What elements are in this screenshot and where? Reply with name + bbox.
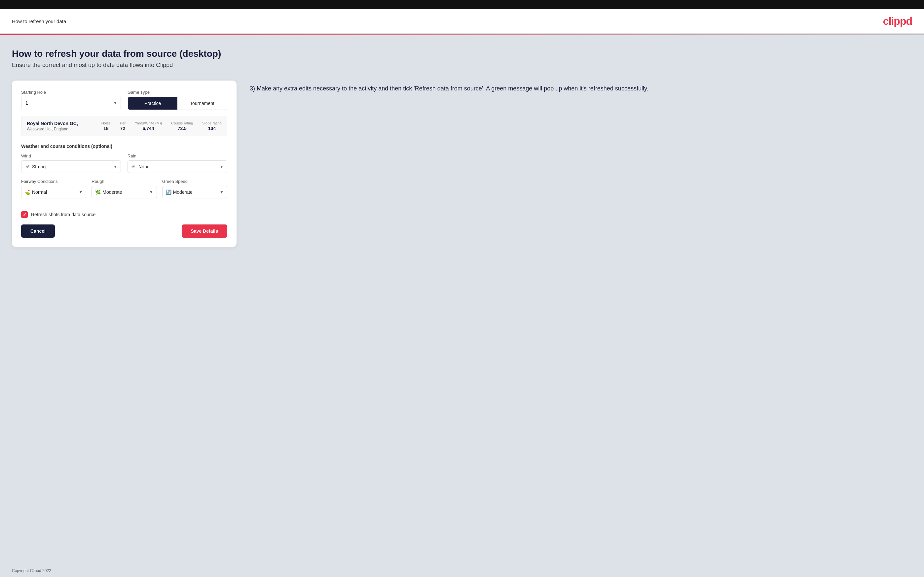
yards-value: 6,744 — [143, 126, 154, 131]
wind-rain-row: Wind 🌬 Strong ▼ Rain ☀ None — [21, 153, 227, 173]
tournament-button[interactable]: Tournament — [178, 97, 227, 110]
checkmark-icon: ✓ — [23, 212, 26, 217]
conditions-row: Fairway Conditions ⛳ Normal ▼ Rough 🌿 — [21, 179, 227, 198]
page-subheading: Ensure the correct and most up to date d… — [12, 62, 912, 69]
game-type-buttons: Practice Tournament — [128, 97, 227, 110]
cancel-button[interactable]: Cancel — [21, 224, 55, 238]
fairway-select[interactable]: Normal — [21, 186, 86, 198]
holes-value: 18 — [103, 126, 109, 131]
logo: clippd — [883, 15, 912, 27]
yards-label: Yards/White (M)) — [135, 121, 162, 125]
wind-field: Wind 🌬 Strong ▼ — [21, 153, 121, 173]
wind-label: Wind — [21, 153, 121, 158]
refresh-checkbox[interactable]: ✓ — [21, 211, 28, 218]
copyright-text: Copyright Clippd 2022 — [12, 569, 51, 573]
buttons-row: Cancel Save Details — [21, 224, 227, 238]
main-content: How to refresh your data from source (de… — [0, 35, 924, 564]
green-speed-select[interactable]: Moderate — [163, 186, 227, 198]
rain-label: Rain — [128, 153, 227, 158]
rough-field: Rough 🌿 Moderate ▼ — [92, 179, 157, 198]
holes-stat: Holes 18 — [102, 121, 111, 131]
refresh-checkbox-row[interactable]: ✓ Refresh shots from data source — [21, 211, 227, 218]
rough-select[interactable]: Moderate — [92, 186, 156, 198]
course-rating-value: 72.5 — [178, 126, 187, 131]
practice-button[interactable]: Practice — [128, 97, 178, 110]
refresh-checkbox-label: Refresh shots from data source — [31, 212, 95, 217]
green-speed-field: Green Speed 🔄 Moderate ▼ — [162, 179, 227, 198]
top-bar — [0, 0, 924, 9]
par-stat: Par 72 — [120, 121, 126, 131]
content-row: Starting Hole 1 ▼ Game Type Practice Tou… — [12, 81, 912, 247]
fairway-label: Fairway Conditions — [21, 179, 86, 184]
page-heading: How to refresh your data from source (de… — [12, 48, 912, 59]
game-type-label: Game Type — [128, 90, 227, 95]
starting-hole-select[interactable]: 1 — [21, 97, 121, 109]
slope-rating-label: Slope rating — [202, 121, 222, 125]
divider — [21, 205, 227, 205]
course-info: Royal North Devon GC, Westward Ho!, Engl… — [27, 121, 102, 131]
starting-hole-field: Starting Hole 1 ▼ — [21, 90, 121, 110]
rough-label: Rough — [92, 179, 157, 184]
green-speed-select-wrapper[interactable]: 🔄 Moderate ▼ — [162, 186, 227, 198]
par-value: 72 — [120, 126, 126, 131]
slope-rating-stat: Slope rating 134 — [202, 121, 222, 131]
course-rating-stat: Course rating 72.5 — [171, 121, 193, 131]
wind-select-wrapper[interactable]: 🌬 Strong ▼ — [21, 160, 121, 173]
side-note-text: 3) Make any extra edits necessary to the… — [250, 84, 912, 93]
rain-select-wrapper[interactable]: ☀ None ▼ — [128, 160, 227, 173]
rain-select[interactable]: None — [128, 161, 227, 172]
side-note: 3) Make any extra edits necessary to the… — [250, 81, 912, 93]
course-location: Westward Ho!, England — [27, 127, 102, 131]
course-rating-label: Course rating — [171, 121, 193, 125]
course-row: Royal North Devon GC, Westward Ho!, Engl… — [21, 116, 227, 136]
fairway-field: Fairway Conditions ⛳ Normal ▼ — [21, 179, 86, 198]
save-button[interactable]: Save Details — [182, 224, 228, 238]
header: How to refresh your data clippd — [0, 9, 924, 34]
slope-rating-value: 134 — [208, 126, 216, 131]
starting-hole-label: Starting Hole — [21, 90, 121, 95]
form-card: Starting Hole 1 ▼ Game Type Practice Tou… — [12, 81, 236, 247]
holes-label: Holes — [102, 121, 111, 125]
footer: Copyright Clippd 2022 — [0, 564, 924, 577]
starting-hole-select-wrapper[interactable]: 1 ▼ — [21, 97, 121, 109]
rain-field: Rain ☀ None ▼ — [128, 153, 227, 173]
course-name: Royal North Devon GC, — [27, 121, 102, 126]
weather-section-label: Weather and course conditions (optional) — [21, 143, 227, 149]
wind-select[interactable]: Strong — [21, 161, 121, 172]
yards-stat: Yards/White (M)) 6,744 — [135, 121, 162, 131]
top-fields-row: Starting Hole 1 ▼ Game Type Practice Tou… — [21, 90, 227, 110]
header-title: How to refresh your data — [12, 18, 66, 24]
game-type-field: Game Type Practice Tournament — [128, 90, 227, 110]
course-stats: Holes 18 Par 72 Yards/White (M)) 6,744 C… — [102, 121, 222, 131]
fairway-select-wrapper[interactable]: ⛳ Normal ▼ — [21, 186, 86, 198]
rough-select-wrapper[interactable]: 🌿 Moderate ▼ — [92, 186, 157, 198]
green-speed-label: Green Speed — [162, 179, 227, 184]
par-label: Par — [120, 121, 126, 125]
